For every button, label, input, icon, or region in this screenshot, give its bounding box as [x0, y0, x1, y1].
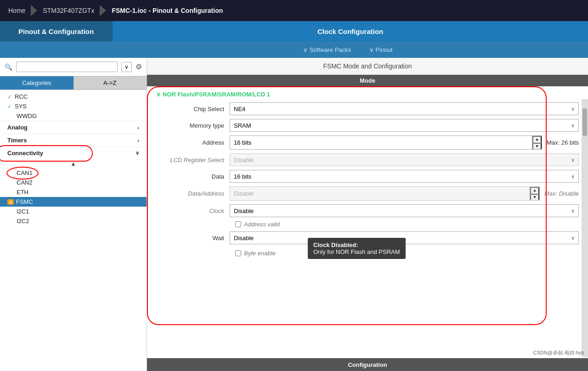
timers-label: Timers	[7, 137, 27, 144]
sys-check: ✓	[7, 103, 12, 110]
sidebar-category-analog[interactable]: Analog ›	[0, 121, 147, 134]
data-address-spin-down[interactable]: ▼	[530, 194, 539, 201]
scrollbar-thumb[interactable]	[582, 108, 587, 136]
config-body: ∨ NOR Flash/PSRAM/SRAM/ROM/LCD 1 Chip Se…	[147, 86, 588, 371]
sidebar-item-i2c2[interactable]: I2C2	[0, 216, 147, 226]
timers-arrow: ›	[137, 138, 139, 143]
mode-section: Mode	[147, 75, 588, 86]
search-dropdown-button[interactable]: ∨	[121, 62, 132, 72]
sidebar-list: ✓ RCC ✓ SYS WWDG Analog › Timers ›	[0, 90, 147, 371]
breadcrumb: Home STM32F407ZGTx FSMC-1.ioc - Pinout &…	[0, 0, 588, 21]
scrollbar[interactable]	[582, 99, 588, 357]
address-max: Max: 26 bits	[542, 139, 579, 146]
chip-select-dropdown[interactable]: NE4 ∨	[230, 102, 579, 115]
memory-type-caret: ∨	[571, 123, 575, 129]
sub-toolbar-software-packs[interactable]: Software Packs	[294, 46, 360, 53]
search-icon: 🔍	[5, 63, 12, 71]
sidebar-category-connectivity[interactable]: Connectivity ∨	[0, 146, 147, 159]
memory-type-dropdown[interactable]: SRAM ∨	[230, 119, 579, 132]
address-valid-checkbox[interactable]	[235, 221, 241, 227]
tab-a-to-z[interactable]: A->Z	[74, 76, 147, 90]
analog-label: Analog	[7, 124, 28, 131]
chip-select-value: NE4	[234, 106, 245, 112]
scroll-up-arrow[interactable]: ▲	[0, 159, 147, 168]
sidebar-item-eth[interactable]: ETH	[0, 187, 147, 197]
content-area: FSMC Mode and Configuration Mode ∨ NOR F…	[147, 58, 588, 371]
clock-caret: ∨	[571, 208, 575, 214]
data-address-input[interactable]	[230, 187, 530, 200]
wait-value: Disable	[234, 235, 254, 242]
tab-clock-config[interactable]: Clock Configuration	[304, 28, 397, 35]
sub-toolbar-pinout[interactable]: Pinout	[360, 46, 402, 53]
analog-arrow: ›	[137, 125, 139, 130]
breadcrumb-sep-2	[100, 5, 106, 16]
chip-select-row: Chip Select NE4 ∨	[156, 102, 579, 115]
tooltip-text: Only for NOR Flash and PSRAM	[313, 248, 400, 255]
sidebar-item-rcc[interactable]: ✓ RCC	[0, 92, 147, 101]
address-valid-row: Address valid	[156, 221, 579, 228]
address-spinbox-arrows: ▲ ▼	[532, 136, 542, 149]
address-valid-label: Address valid	[244, 221, 280, 228]
watermark: CSDN@卓创-电控-hyb	[533, 349, 584, 356]
can1-wrapper: CAN1	[0, 168, 147, 178]
address-input[interactable]	[230, 136, 532, 149]
address-spin-down[interactable]: ▼	[532, 143, 542, 150]
rcc-label: RCC	[15, 93, 28, 100]
data-value: 16 bits	[234, 173, 251, 180]
lcd-register-caret: ∨	[571, 157, 575, 163]
nor-arrow-icon: ∨	[156, 91, 161, 98]
sidebar-item-i2c1[interactable]: I2C1	[0, 207, 147, 216]
breadcrumb-sep-1	[31, 5, 37, 16]
breadcrumb-mcu[interactable]: STM32F407ZGTx	[39, 7, 98, 14]
data-address-label: Data/Address	[156, 190, 230, 197]
clock-value: Disable	[234, 208, 254, 214]
sidebar-item-sys[interactable]: ✓ SYS	[0, 101, 147, 111]
can2-label: CAN2	[17, 179, 33, 186]
data-address-spin-up[interactable]: ▲	[530, 187, 539, 194]
address-label: Address	[156, 139, 230, 146]
sub-toolbar: Software Packs Pinout	[0, 41, 588, 58]
main-layout: 🔍 ∨ ⚙ Categories A->Z ✓ RCC ✓ SYS WWDG	[0, 58, 588, 371]
data-label: Data	[156, 173, 230, 180]
address-spin-up[interactable]: ▲	[532, 136, 542, 143]
data-dropdown[interactable]: 16 bits ∨	[230, 170, 579, 183]
wwdg-label: WWDG	[17, 112, 37, 119]
sidebar-item-wwdg[interactable]: WWDG	[0, 111, 147, 121]
content-title: FSMC Mode and Configuration	[147, 58, 588, 75]
gear-icon[interactable]: ⚙	[136, 62, 142, 71]
clock-dropdown[interactable]: Disable ∨	[230, 204, 579, 217]
search-input[interactable]	[16, 62, 118, 72]
sys-label: SYS	[15, 103, 27, 110]
data-row: Data 16 bits ∨	[156, 170, 579, 183]
eth-label: ETH	[17, 189, 28, 196]
lcd-register-dropdown[interactable]: Disable ∨	[230, 153, 579, 166]
wait-label: Wait	[156, 235, 230, 242]
clock-tooltip: Clock Disabled: Only for NOR Flash and P…	[308, 238, 406, 259]
i2c1-label: I2C1	[17, 208, 29, 215]
memory-type-label: Memory type	[156, 122, 230, 129]
tooltip-title: Clock Disabled:	[313, 242, 400, 248]
data-caret: ∨	[571, 174, 575, 180]
sidebar-item-can2[interactable]: CAN2	[0, 178, 147, 187]
lcd-register-value: Disable	[234, 157, 254, 163]
rcc-check: ✓	[7, 94, 12, 100]
breadcrumb-home[interactable]: Home	[5, 7, 29, 14]
lcd-register-label: LCD Register Select	[156, 157, 230, 163]
breadcrumb-current: FSMC-1.ioc - Pinout & Configuration	[108, 7, 226, 14]
byte-enable-label: Byte enable	[244, 250, 276, 257]
fsmc-label: FSMC	[16, 198, 33, 205]
bottom-bar[interactable]: Configuration	[147, 358, 588, 371]
address-row: Address ▲ ▼ Max: 26 bits	[156, 135, 579, 150]
tab-pinout-config[interactable]: Pinout & Configuration	[0, 21, 113, 41]
clock-row: Clock Disable ∨	[156, 204, 579, 217]
sidebar-item-can1[interactable]: CAN1	[0, 168, 147, 178]
sidebar-category-timers[interactable]: Timers ›	[0, 134, 147, 146]
i2c2-label: I2C2	[17, 218, 29, 225]
sidebar-item-fsmc[interactable]: ⚠ FSMC	[0, 197, 147, 207]
connectivity-label: Connectivity	[7, 150, 43, 157]
bottom-bar-label: Configuration	[348, 361, 387, 368]
nor-label: NOR Flash/PSRAM/SRAM/ROM/LCD 1	[163, 91, 270, 98]
tab-categories[interactable]: Categories	[0, 76, 74, 90]
can1-label: CAN1	[17, 169, 33, 176]
byte-enable-checkbox[interactable]	[235, 250, 241, 256]
